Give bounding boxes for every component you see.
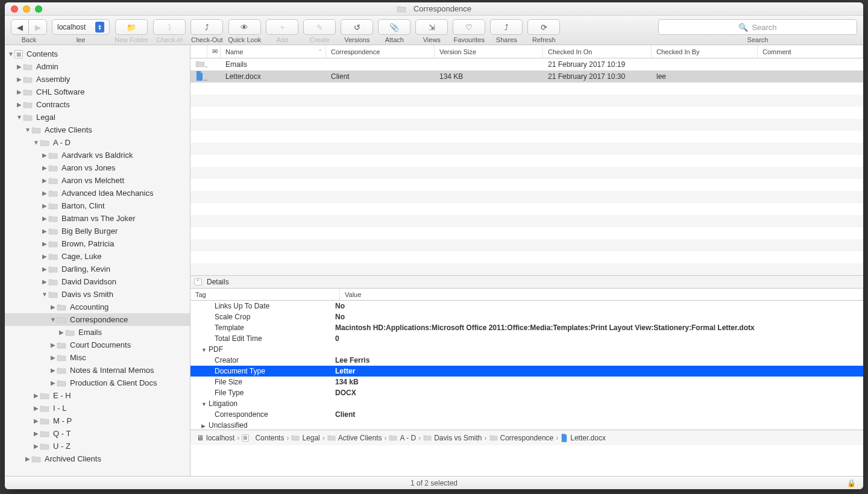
sidebar-item[interactable]: ▼▦Contents bbox=[5, 48, 190, 60]
sidebar-item[interactable]: ▶Brown, Patricia bbox=[5, 237, 190, 250]
versions-button[interactable]: ↺ bbox=[341, 19, 373, 35]
folder-icon bbox=[489, 434, 498, 441]
details-row[interactable]: File Size134 kB bbox=[190, 377, 863, 387]
add-button[interactable]: ＋ bbox=[266, 19, 298, 35]
sidebar-item[interactable]: ▶Batman vs The Joker bbox=[5, 212, 190, 225]
sidebar-item[interactable]: ▼A - D bbox=[5, 136, 190, 149]
sidebar-item[interactable]: ▼Legal bbox=[5, 111, 190, 124]
sidebar-item[interactable]: ▶Aaron vs Melchett bbox=[5, 174, 190, 187]
details-row[interactable]: Total Edit Time0 bbox=[190, 333, 863, 344]
folder-icon bbox=[48, 202, 58, 210]
sidebar-item[interactable]: ▶Production & Client Docs bbox=[5, 377, 190, 389]
col-correspondence[interactable]: Correspondence bbox=[326, 45, 435, 58]
file-list[interactable]: Emails21 February 2017 10:19Letter.docxC… bbox=[190, 58, 863, 275]
sidebar-item-label: Darling, Kevin bbox=[61, 264, 110, 274]
sidebar-item-label: Cage, Luke bbox=[61, 252, 102, 261]
details-group[interactable]: ▼Litigation bbox=[190, 398, 863, 409]
back-button[interactable]: ◀ bbox=[11, 19, 29, 35]
details-header[interactable]: ˅ Details bbox=[190, 275, 863, 289]
sidebar-item-label: Legal bbox=[36, 113, 55, 122]
details-body[interactable]: Links Up To DateNoScale CropNoTemplateMa… bbox=[190, 301, 863, 430]
details-group[interactable]: ▶Unclassified bbox=[190, 420, 863, 430]
folder-icon bbox=[57, 354, 66, 361]
details-group[interactable]: ▼PDF bbox=[190, 344, 863, 355]
breadcrumb[interactable]: Correspondence bbox=[489, 434, 554, 442]
details-row[interactable]: Links Up To DateNo bbox=[190, 301, 863, 311]
table-row[interactable]: Emails21 February 2017 10:19 bbox=[190, 58, 863, 70]
sidebar-item[interactable]: ▶Aaron vs Jones bbox=[5, 161, 190, 174]
details-row[interactable]: Document TypeLetter bbox=[190, 366, 863, 377]
sidebar-item[interactable]: ▶Big Belly Burger bbox=[5, 225, 190, 237]
col-name[interactable]: Name˄ bbox=[221, 45, 326, 58]
col-flag[interactable] bbox=[190, 45, 207, 58]
shares-button[interactable]: ⤴ bbox=[490, 19, 523, 35]
minimize-window-button[interactable] bbox=[23, 5, 30, 13]
breadcrumb[interactable]: A - D bbox=[389, 434, 416, 442]
folder-icon bbox=[48, 240, 58, 248]
sidebar-item[interactable]: ▶U - Z bbox=[5, 440, 190, 452]
details-row[interactable]: CorrespondenceClient bbox=[190, 409, 863, 420]
sidebar-item[interactable]: ▶Emails bbox=[5, 326, 190, 339]
col-checked-in-by[interactable]: Checked In By bbox=[652, 45, 758, 58]
details-col-tag[interactable]: Tag bbox=[190, 289, 340, 300]
attach-button[interactable]: 📎 bbox=[378, 19, 410, 35]
col-mail[interactable]: ✉ bbox=[207, 45, 221, 58]
search-input[interactable]: 🔍Search bbox=[658, 19, 857, 35]
close-window-button[interactable] bbox=[11, 5, 18, 13]
sidebar-item[interactable]: ▶Cage, Luke bbox=[5, 250, 190, 263]
sidebar-item[interactable]: ▶I - L bbox=[5, 402, 190, 414]
details-row[interactable]: TemplateMacintosh HD:Applications:Micros… bbox=[190, 322, 863, 333]
sidebar-item[interactable]: ▶Misc bbox=[5, 351, 190, 364]
sidebar-item[interactable]: ▶Darling, Kevin bbox=[5, 263, 190, 275]
sidebar-item[interactable]: ▶Contracts bbox=[5, 98, 190, 111]
breadcrumb[interactable]: Legal bbox=[291, 434, 319, 442]
host-selector[interactable]: localhost▲▼ bbox=[52, 19, 110, 35]
details-row[interactable]: File TypeDOCX bbox=[190, 387, 863, 398]
sidebar-item[interactable]: ▶M - P bbox=[5, 414, 190, 427]
check-in-button[interactable]: ⤵ bbox=[153, 19, 186, 35]
create-button[interactable]: ✎ bbox=[303, 19, 336, 35]
sidebar-item[interactable]: ▶Assembly bbox=[5, 73, 190, 86]
folder-icon bbox=[40, 417, 49, 425]
sidebar-item[interactable]: ▶Court Documents bbox=[5, 339, 190, 351]
breadcrumb[interactable]: Davis vs Smith bbox=[423, 434, 482, 442]
sidebar-item-label: Accounting bbox=[70, 302, 108, 311]
sidebar-item[interactable]: ▶David Davidson bbox=[5, 275, 190, 288]
sidebar-item[interactable]: ▶E - H bbox=[5, 389, 190, 402]
col-version-size[interactable]: Version Size bbox=[435, 45, 543, 58]
breadcrumb[interactable]: ▦Contents bbox=[242, 434, 284, 442]
sidebar[interactable]: ▼▦Contents▶Admin▶Assembly▶CHL Software▶C… bbox=[5, 45, 190, 476]
sidebar-item[interactable]: ▶CHL Software bbox=[5, 86, 190, 98]
quick-look-button[interactable]: 👁 bbox=[228, 19, 261, 35]
zoom-window-button[interactable] bbox=[35, 5, 42, 13]
col-comment[interactable]: Comment bbox=[758, 45, 863, 58]
breadcrumb[interactable]: Letter.docx bbox=[561, 434, 606, 442]
sidebar-item[interactable]: ▶Notes & Internal Memos bbox=[5, 364, 190, 377]
views-button[interactable]: ⇲ bbox=[415, 19, 448, 35]
sidebar-item[interactable]: ▶Aardvark vs Baldrick bbox=[5, 149, 190, 161]
col-checked-in-on[interactable]: Checked In On bbox=[543, 45, 652, 58]
disclosure-icon: ▶ bbox=[41, 164, 48, 171]
forward-button[interactable]: ▶ bbox=[29, 19, 47, 35]
new-folder-button[interactable]: 📁 bbox=[115, 19, 148, 35]
breadcrumb[interactable]: 🖥localhost bbox=[197, 434, 234, 442]
sidebar-item[interactable]: ▶Accounting bbox=[5, 301, 190, 313]
folder-icon bbox=[48, 291, 58, 298]
details-row[interactable]: CreatorLee Ferris bbox=[190, 355, 863, 366]
table-row[interactable]: Letter.docxClient134 KB21 February 2017 … bbox=[190, 70, 863, 83]
sidebar-item[interactable]: ▶Admin bbox=[5, 60, 190, 73]
chevron-right-icon: › bbox=[384, 434, 386, 442]
refresh-button[interactable]: ⟳ bbox=[527, 19, 560, 35]
sidebar-item[interactable]: ▼Correspondence bbox=[5, 313, 190, 326]
sidebar-item[interactable]: ▼Davis vs Smith bbox=[5, 288, 190, 301]
check-out-button[interactable]: ⤴ bbox=[190, 19, 223, 35]
sidebar-item[interactable]: ▶Barton, Clint bbox=[5, 199, 190, 212]
details-col-value[interactable]: Value bbox=[340, 289, 863, 300]
sidebar-item[interactable]: ▶Archived Clients bbox=[5, 452, 190, 465]
sidebar-item[interactable]: ▼Active Clients bbox=[5, 124, 190, 136]
favourites-button[interactable]: ♡ bbox=[453, 19, 485, 35]
details-row[interactable]: Scale CropNo bbox=[190, 311, 863, 322]
breadcrumb[interactable]: Active Clients bbox=[327, 434, 382, 442]
sidebar-item[interactable]: ▶Q - T bbox=[5, 427, 190, 440]
sidebar-item[interactable]: ▶Advanced Idea Mechanics bbox=[5, 187, 190, 199]
